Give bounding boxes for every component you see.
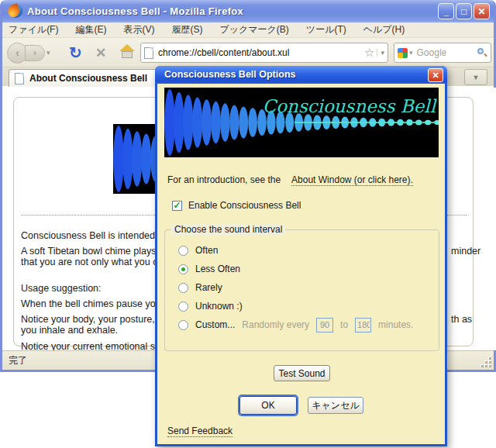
tab-label: About Consciousness Bell (29, 73, 147, 84)
radio-rarely[interactable] (178, 283, 188, 293)
firefox-logo-icon (9, 4, 22, 18)
page-text-line: that you are not only what you cur (21, 257, 167, 267)
radio-row-less-often[interactable]: Less Often (178, 263, 240, 275)
custom-min-input[interactable] (316, 318, 333, 333)
intro-row: For an introduction, see theAbout Window… (167, 174, 413, 185)
url-bar[interactable]: ☆ ▾ (140, 43, 388, 63)
dialog-banner-title: Consciousness Bell (263, 96, 438, 116)
page-text-fragment: minder (451, 246, 480, 257)
menu-edit[interactable]: 編集(E) (75, 23, 106, 36)
dialog-titlebar[interactable]: Consciousness Bell Options ✕ (155, 66, 447, 84)
url-input[interactable] (158, 47, 362, 58)
close-button[interactable]: ✕ (474, 3, 490, 19)
menu-tools[interactable]: ツール(T) (306, 23, 346, 36)
radio-row-often[interactable]: Often (178, 244, 218, 257)
screen: About Consciousness Bell - Mozilla Firef… (0, 0, 496, 448)
tab-list-dropdown-button[interactable]: ▼ (464, 69, 487, 85)
page-text-line: you inhale and exhale. (21, 325, 118, 336)
radio-row-custom[interactable]: Custom... Randomly every to minutes. (178, 319, 413, 331)
resize-grip[interactable] (481, 357, 492, 368)
window-titlebar[interactable]: About Consciousness Bell - Mozilla Firef… (2, 0, 494, 22)
custom-max-input[interactable] (355, 318, 371, 333)
minimize-button[interactable]: _ (438, 3, 454, 19)
custom-prefix-label: Randomly every (242, 319, 309, 330)
search-box[interactable]: ▾ (394, 43, 491, 63)
window-title: About Consciousness Bell - Mozilla Firef… (27, 5, 243, 17)
page-text-fragment: th as (451, 314, 472, 325)
radio-row-unknown[interactable]: Unknown :) (178, 300, 243, 312)
history-nav-group: ‹ › ▾ (7, 42, 61, 64)
page-text-line: Notice your body, your posture, the (21, 314, 171, 325)
navigation-toolbar: ‹ › ▾ ↻ ✕ ☆ ▾ ▾ (2, 38, 494, 67)
menu-file[interactable]: ファイル(F) (9, 23, 58, 36)
dialog-title: Consciousness Bell Options (164, 69, 295, 80)
custom-joiner-label: to (340, 319, 348, 330)
tab-about-consciousness-bell[interactable]: About Consciousness Bell (9, 69, 160, 87)
bookmark-star-icon[interactable]: ☆ (364, 46, 374, 60)
dialog-banner-wave: Consciousness Bell (164, 88, 439, 157)
caption-buttons: _ □ ✕ (438, 3, 490, 19)
cancel-button[interactable]: キャンセル (308, 397, 363, 414)
menu-history[interactable]: 履歴(S) (171, 23, 202, 36)
maximize-button[interactable]: □ (456, 3, 472, 19)
status-text: 完了 (9, 354, 27, 367)
radio-often[interactable] (178, 246, 188, 256)
send-feedback-link[interactable]: Send Feedback (167, 426, 232, 437)
reload-icon[interactable]: ↻ (69, 43, 82, 62)
radio-custom[interactable] (178, 320, 188, 330)
radio-less-often[interactable] (178, 264, 188, 274)
history-dropdown-icon[interactable]: ▾ (46, 49, 50, 57)
stop-icon[interactable]: ✕ (95, 45, 106, 61)
test-sound-button[interactable]: Test Sound (274, 365, 330, 381)
page-text-line: Notice your current emotional stat (21, 341, 166, 350)
enable-bell-checkbox[interactable]: ✓ (172, 201, 182, 211)
radio-unknown[interactable] (178, 302, 188, 312)
page-text-line: A soft Tibetan bowl chime plays at (21, 246, 167, 257)
sound-interval-legend: Choose the sound interval (171, 224, 285, 235)
home-roof (119, 44, 135, 51)
page-favicon (144, 47, 153, 59)
menu-bar: ファイル(F) 編集(E) 表示(V) 履歴(S) ブックマーク(B) ツール(… (2, 22, 494, 38)
home-body (122, 51, 133, 58)
forward-button[interactable]: › (25, 45, 45, 61)
about-window-link[interactable]: About Window (or click here). (291, 174, 413, 186)
tab-favicon (15, 73, 24, 84)
url-dropdown-icon[interactable]: ▾ (377, 49, 384, 57)
search-engine-dropdown-icon[interactable]: ▾ (409, 49, 413, 57)
dialog-banner-image: Consciousness Bell (164, 88, 439, 157)
custom-suffix-label: minutes. (378, 319, 413, 330)
google-icon (398, 48, 408, 58)
page-text-line: When the bell chimes pause your c (21, 298, 172, 309)
sound-interval-group: Choose the sound interval Often Less Oft… (164, 229, 439, 351)
options-dialog: Consciousness Bell Options ✕ Consciousne… (155, 66, 447, 446)
ok-button[interactable]: OK (239, 396, 297, 415)
dialog-close-button[interactable]: ✕ (428, 68, 443, 82)
menu-bookmarks[interactable]: ブックマーク(B) (219, 23, 288, 36)
menu-view[interactable]: 表示(V) (123, 23, 154, 36)
intro-text: For an introduction, see the (167, 174, 281, 185)
enable-bell-row[interactable]: ✓ Enable Consciousness Bell (172, 200, 301, 211)
page-text-line: Consciousness Bell is intended to (21, 230, 166, 241)
enable-bell-label: Enable Consciousness Bell (188, 200, 301, 211)
menu-help[interactable]: ヘルプ(H) (363, 23, 405, 36)
dialog-body: Consciousness Bell For an introduction, … (157, 84, 445, 444)
search-magnifier-icon[interactable] (477, 47, 487, 58)
radio-row-rarely[interactable]: Rarely (178, 281, 222, 294)
page-text-line: Usage suggestion: (21, 283, 102, 294)
home-icon[interactable] (119, 43, 136, 60)
search-input[interactable] (417, 47, 477, 58)
